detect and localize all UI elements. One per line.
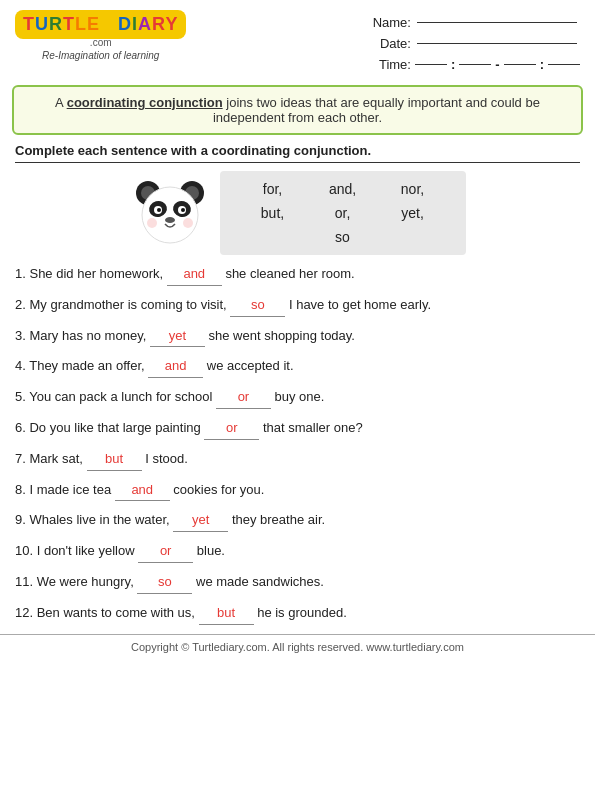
sentence-answer-3: yet — [150, 326, 205, 348]
footer: Copyright © Turtlediary.com. All rights … — [0, 634, 595, 657]
sentence-row-12: 12. Ben wants to come with us, but he is… — [15, 603, 580, 625]
panda-box: for, and, nor, but, or, yet, so — [130, 171, 466, 255]
sentence-row-6: 6. Do you like that large painting or th… — [15, 418, 580, 440]
sentence-row-10: 10. I don't like yellow or blue. — [15, 541, 580, 563]
instruction: Complete each sentence with a coordinati… — [15, 143, 580, 163]
conj-but: but, — [238, 203, 308, 223]
sentence-num-10: 10. — [15, 543, 37, 558]
logo-area: TURTLE DIARY .com Re-Imagination of lear… — [15, 10, 186, 61]
sentence-before-2: My grandmother is coming to visit, — [29, 297, 230, 312]
sentence-answer-10: or — [138, 541, 193, 563]
time-label: Time: — [366, 57, 411, 72]
sentence-after-10: blue. — [193, 543, 225, 558]
time-seg-4 — [548, 64, 580, 65]
sentence-after-3: she went shopping today. — [205, 328, 355, 343]
date-row: Date: — [366, 36, 580, 51]
sentence-num-12: 12. — [15, 605, 37, 620]
sentence-num-9: 9. — [15, 512, 29, 527]
sentence-row-8: 8. I made ice tea and cookies for you. — [15, 480, 580, 502]
conj-nor: nor, — [378, 179, 448, 199]
sentence-before-6: Do you like that large painting — [29, 420, 204, 435]
time-seg-3 — [504, 64, 536, 65]
sentence-after-5: buy one. — [271, 389, 325, 404]
sentence-num-4: 4. — [15, 358, 29, 373]
sentence-after-11: we made sandwiches. — [192, 574, 324, 589]
sentence-answer-12: but — [199, 603, 254, 625]
sentence-row-1: 1. She did her homework, and she cleaned… — [15, 264, 580, 286]
name-row: Name: — [366, 15, 580, 30]
date-label: Date: — [366, 36, 411, 51]
name-line — [417, 22, 577, 23]
sentence-answer-9: yet — [173, 510, 228, 532]
sentences-area: 1. She did her homework, and she cleaned… — [15, 264, 580, 625]
sentence-before-7: Mark sat, — [29, 451, 86, 466]
sentence-after-9: they breathe air. — [228, 512, 325, 527]
sentence-num-2: 2. — [15, 297, 29, 312]
sentence-row-7: 7. Mark sat, but I stood. — [15, 449, 580, 471]
sentence-before-4: They made an offer, — [29, 358, 148, 373]
sentence-answer-8: and — [115, 480, 170, 502]
sentence-before-10: I don't like yellow — [37, 543, 138, 558]
time-seg-1 — [415, 64, 447, 65]
sentence-before-9: Whales live in the water, — [29, 512, 173, 527]
page-header: TURTLE DIARY .com Re-Imagination of lear… — [0, 0, 595, 77]
sentence-num-1: 1. — [15, 266, 29, 281]
time-seg-2 — [459, 64, 491, 65]
sentence-before-3: Mary has no money, — [29, 328, 149, 343]
svg-point-10 — [181, 208, 185, 212]
sentence-num-6: 6. — [15, 420, 29, 435]
sentence-before-5: You can pack a lunch for school — [29, 389, 216, 404]
logo: TURTLE DIARY — [15, 10, 186, 39]
name-label: Name: — [366, 15, 411, 30]
logo-tagline: Re-Imagination of learning — [42, 50, 159, 61]
conj-or: or, — [308, 203, 378, 223]
sentence-answer-7: but — [87, 449, 142, 471]
sentence-answer-2: so — [230, 295, 285, 317]
sentence-after-1: she cleaned her room. — [222, 266, 355, 281]
sentence-after-6: that smaller one? — [259, 420, 362, 435]
date-line — [417, 43, 577, 44]
sentence-num-8: 8. — [15, 482, 29, 497]
sentence-row-3: 3. Mary has no money, yet she went shopp… — [15, 326, 580, 348]
sentence-answer-6: or — [204, 418, 259, 440]
sentence-row-11: 11. We were hungry, so we made sandwiche… — [15, 572, 580, 594]
sentence-num-5: 5. — [15, 389, 29, 404]
svg-point-9 — [157, 208, 161, 212]
info-text-pre: A — [55, 95, 67, 110]
sentence-after-12: he is grounded. — [254, 605, 347, 620]
sentence-row-4: 4. They made an offer, and we accepted i… — [15, 356, 580, 378]
svg-point-4 — [142, 187, 198, 243]
sentence-num-11: 11. — [15, 574, 37, 589]
svg-point-12 — [147, 218, 157, 228]
sentence-row-9: 9. Whales live in the water, yet they br… — [15, 510, 580, 532]
sentence-after-7: I stood. — [142, 451, 188, 466]
conj-for: for, — [238, 179, 308, 199]
conjunctions-grid: for, and, nor, but, or, yet, so — [220, 171, 466, 255]
info-text-post: joins two ideas that are equally importa… — [213, 95, 540, 125]
sentence-row-2: 2. My grandmother is coming to visit, so… — [15, 295, 580, 317]
sentence-answer-1: and — [167, 264, 222, 286]
sentence-num-3: 3. — [15, 328, 29, 343]
sentence-row-5: 5. You can pack a lunch for school or bu… — [15, 387, 580, 409]
sentence-after-2: I have to get home early. — [285, 297, 431, 312]
time-row: Time: : - : — [366, 57, 580, 72]
sentence-before-11: We were hungry, — [37, 574, 138, 589]
sentence-before-1: She did her homework, — [29, 266, 166, 281]
conjunctions-area: for, and, nor, but, or, yet, so — [15, 171, 580, 255]
sentence-after-4: we accepted it. — [203, 358, 293, 373]
info-keyword: coordinating conjunction — [67, 95, 223, 110]
conj-yet: yet, — [378, 203, 448, 223]
svg-point-11 — [165, 217, 175, 223]
sentence-answer-5: or — [216, 387, 271, 409]
conj-so: so — [308, 227, 378, 247]
logo-com: .com — [90, 37, 112, 48]
info-box: A coordinating conjunction joins two ide… — [12, 85, 583, 135]
sentence-after-8: cookies for you. — [170, 482, 265, 497]
sentence-num-7: 7. — [15, 451, 29, 466]
name-fields: Name: Date: Time: : - : — [366, 10, 580, 72]
sentence-answer-11: so — [137, 572, 192, 594]
sentence-before-8: I made ice tea — [29, 482, 114, 497]
svg-point-13 — [183, 218, 193, 228]
sentence-before-12: Ben wants to come with us, — [37, 605, 199, 620]
conj-and: and, — [308, 179, 378, 199]
